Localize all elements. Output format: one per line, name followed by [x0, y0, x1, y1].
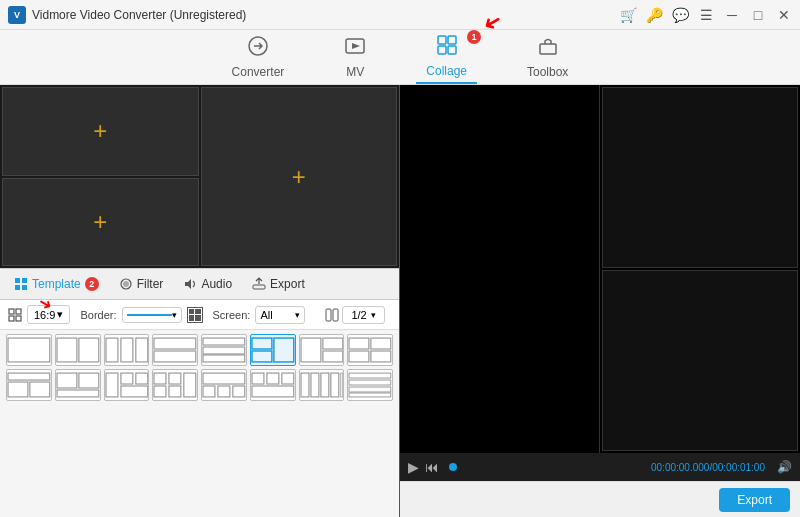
tab-template[interactable]: Template 2 ➜: [4, 273, 109, 295]
converter-tab-wrapper: Converter: [222, 31, 295, 83]
time-display: 00:00:00.000/00:00:01:00: [651, 462, 765, 473]
ratio-chevron: ▾: [57, 308, 63, 321]
svg-rect-37: [349, 338, 369, 349]
svg-rect-55: [184, 373, 196, 397]
template-item[interactable]: [55, 334, 101, 366]
svg-rect-38: [371, 338, 391, 349]
template-item[interactable]: [299, 369, 345, 401]
svg-rect-18: [326, 309, 331, 321]
collage-cell-bottom-left[interactable]: +: [2, 178, 199, 267]
svg-rect-45: [79, 373, 99, 388]
collage-cell-top-left[interactable]: +: [2, 87, 199, 176]
template-item[interactable]: [201, 334, 247, 366]
svg-rect-60: [252, 373, 264, 384]
svg-rect-24: [120, 338, 132, 362]
export-small-icon: [252, 277, 266, 291]
svg-rect-67: [330, 373, 338, 397]
screen-select[interactable]: All ▾: [255, 306, 305, 324]
filter-label: Filter: [137, 277, 164, 291]
collage-label: Collage: [426, 64, 467, 78]
grid-icon[interactable]: [187, 307, 203, 323]
plus-icon-2: +: [292, 163, 306, 191]
converter-label: Converter: [232, 65, 285, 79]
svg-rect-53: [154, 386, 166, 397]
svg-rect-43: [30, 382, 50, 397]
collage-cell-right[interactable]: +: [201, 87, 398, 266]
svg-rect-52: [169, 373, 181, 384]
svg-rect-63: [252, 386, 294, 397]
tab-converter[interactable]: Converter: [222, 31, 295, 83]
export-button[interactable]: Export: [719, 488, 790, 512]
menu-icon[interactable]: ☰: [698, 7, 714, 23]
svg-rect-31: [252, 338, 272, 349]
template-item[interactable]: [104, 369, 150, 401]
svg-rect-20: [8, 338, 50, 362]
template-item[interactable]: [250, 369, 296, 401]
template-item[interactable]: [152, 334, 198, 366]
template-item[interactable]: [201, 369, 247, 401]
template-icon: [14, 277, 28, 291]
key-icon[interactable]: 🔑: [646, 7, 662, 23]
template-item[interactable]: [6, 369, 52, 401]
ratio-button[interactable]: 16:9 ▾: [27, 305, 70, 324]
svg-rect-64: [300, 373, 308, 397]
template-badge: 2: [85, 277, 99, 291]
template-item[interactable]: [55, 369, 101, 401]
svg-rect-61: [267, 373, 279, 384]
skip-back-button[interactable]: ⏮: [425, 459, 439, 475]
titlebar-left: V Vidmore Video Converter (Unregistered): [8, 6, 246, 24]
app-logo: V: [8, 6, 26, 24]
toolbox-icon: [537, 35, 559, 62]
svg-rect-71: [349, 387, 391, 392]
tab-audio[interactable]: Audio: [173, 273, 242, 295]
svg-rect-46: [57, 390, 99, 397]
collage-tab-wrapper: Collage 1 ➜: [416, 30, 477, 84]
tab-export[interactable]: Export: [242, 273, 315, 295]
mv-icon: [344, 35, 366, 62]
export-row: Export: [400, 481, 800, 517]
play-button[interactable]: ▶: [408, 459, 419, 475]
tab-filter[interactable]: Filter: [109, 273, 174, 295]
chat-icon[interactable]: 💬: [672, 7, 688, 23]
preview-controls: ▶ ⏮ 00:00:00.000/00:00:01:00 🔊: [400, 453, 800, 481]
template-item[interactable]: [104, 334, 150, 366]
maximize-icon[interactable]: □: [750, 7, 766, 23]
svg-rect-14: [9, 309, 14, 314]
svg-point-12: [123, 281, 129, 287]
screen-group: Screen: All ▾: [213, 306, 306, 324]
svg-rect-21: [57, 338, 77, 362]
cart-icon[interactable]: 🛒: [620, 7, 636, 23]
template-item-active[interactable]: [250, 334, 296, 366]
template-item[interactable]: [6, 334, 52, 366]
right-panel: ▶ ⏮ 00:00:00.000/00:00:01:00 🔊 Export: [400, 85, 800, 517]
volume-button[interactable]: 🔊: [777, 460, 792, 474]
border-select[interactable]: ▾: [122, 307, 182, 323]
svg-rect-41: [8, 373, 50, 380]
mv-tab-wrapper: MV: [334, 31, 376, 83]
svg-rect-58: [218, 386, 230, 397]
template-item[interactable]: [152, 369, 198, 401]
close-icon[interactable]: ✕: [776, 7, 792, 23]
page-box[interactable]: 1/2 ▾: [342, 306, 384, 324]
template-label: Template: [32, 277, 81, 291]
progress-dot: [449, 463, 457, 471]
export-label: Export: [270, 277, 305, 291]
svg-rect-22: [79, 338, 99, 362]
tab-mv[interactable]: MV: [334, 31, 376, 83]
ratio-group: 16:9 ▾: [8, 305, 70, 324]
page-indicator: 1/2 ▾: [325, 306, 384, 324]
template-item[interactable]: [347, 334, 393, 366]
toolbox-tab-wrapper: Toolbox: [517, 31, 578, 83]
plus-icon-1: +: [93, 117, 107, 145]
template-item[interactable]: [347, 369, 393, 401]
collage-icon: [436, 34, 458, 61]
svg-rect-4: [438, 46, 446, 54]
svg-rect-8: [22, 278, 27, 283]
svg-rect-36: [322, 351, 342, 362]
minimize-icon[interactable]: ─: [724, 7, 740, 23]
template-item[interactable]: [299, 334, 345, 366]
svg-rect-33: [274, 338, 294, 362]
svg-rect-9: [15, 285, 20, 290]
tab-toolbox[interactable]: Toolbox: [517, 31, 578, 83]
svg-rect-69: [349, 373, 391, 378]
